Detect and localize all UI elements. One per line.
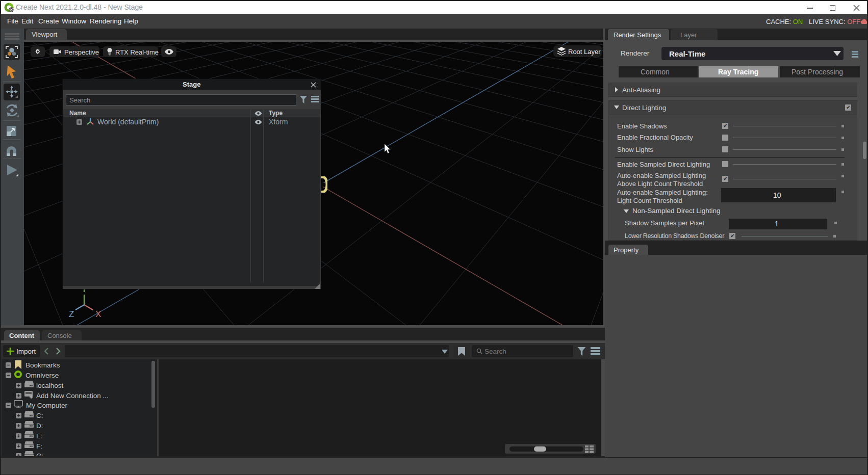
svg-text:X: X (95, 309, 101, 319)
svg-text:Z: Z (69, 309, 74, 319)
